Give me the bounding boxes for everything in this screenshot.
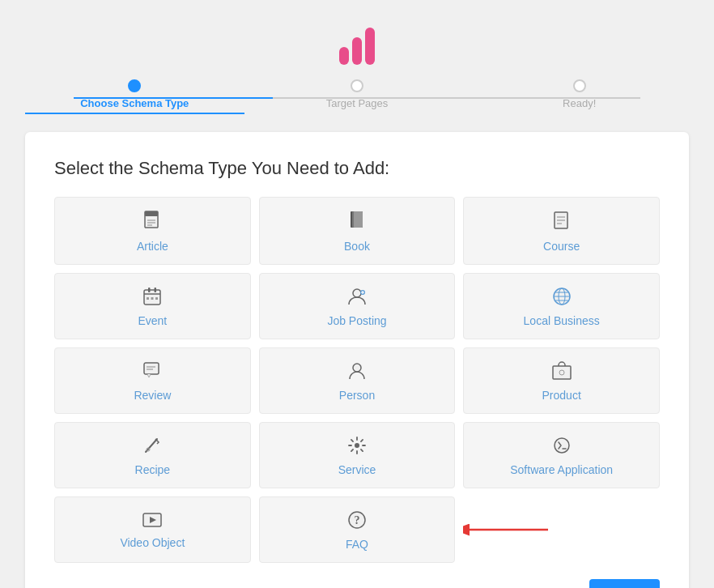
local-business-label: Local Business <box>524 314 600 327</box>
software-application-icon <box>552 436 572 458</box>
svg-rect-32 <box>553 366 571 379</box>
svg-rect-7 <box>354 211 363 228</box>
svg-point-31 <box>353 364 361 372</box>
recipe-icon <box>142 436 162 458</box>
event-icon <box>142 287 162 309</box>
schema-item-recipe[interactable]: Recipe <box>54 422 251 488</box>
step-label-2: Target Pages <box>326 97 389 109</box>
logo-bar-3 <box>365 28 375 65</box>
schema-item-course[interactable]: Course <box>463 197 660 265</box>
course-label: Course <box>543 240 580 253</box>
schema-item-faq[interactable]: ? FAQ <box>259 496 456 563</box>
step-choose-schema: Choose Schema Type <box>25 79 244 114</box>
schema-item-service[interactable]: Service <box>259 422 456 488</box>
step-ready: Ready! <box>470 79 689 114</box>
video-object-icon <box>142 512 162 531</box>
step-label-3: Ready! <box>563 97 596 109</box>
faq-arrow-indicator <box>463 518 552 541</box>
logo-bar-1 <box>339 47 349 65</box>
wizard-steps: Choose Schema Type Target Pages Ready! <box>25 79 689 114</box>
schema-item-article[interactable]: Article <box>54 197 251 265</box>
steps-container: Choose Schema Type Target Pages Ready! <box>25 79 689 114</box>
job-posting-label: Job Posting <box>327 314 386 327</box>
recipe-label: Recipe <box>135 463 171 476</box>
svg-rect-14 <box>148 288 151 292</box>
step-label-1: Choose Schema Type <box>80 97 189 109</box>
bottom-row: Next <box>54 579 660 588</box>
person-label: Person <box>339 389 375 402</box>
software-application-label: Software Application <box>510 463 613 476</box>
card-title: Select the Schema Type You Need to Add: <box>54 158 660 179</box>
book-label: Book <box>344 240 370 253</box>
step-circle-2 <box>351 79 363 92</box>
schema-item-event[interactable]: Event <box>54 273 251 339</box>
job-posting-icon <box>346 287 368 309</box>
article-label: Article <box>137 240 168 253</box>
schema-item-software-application[interactable]: Software Application <box>463 422 660 488</box>
step-circle-1 <box>128 79 141 92</box>
step-underline <box>25 113 244 114</box>
svg-rect-16 <box>147 297 149 300</box>
faq-label: FAQ <box>346 538 368 551</box>
schema-item-job-posting[interactable]: Job Posting <box>259 273 456 339</box>
local-business-icon <box>552 287 572 309</box>
person-icon <box>347 361 367 384</box>
schema-item-book[interactable]: Book <box>259 197 456 265</box>
video-object-label: Video Object <box>120 536 185 549</box>
review-label: Review <box>134 389 171 402</box>
step-target-pages: Target Pages <box>248 79 467 114</box>
review-icon <box>142 361 162 384</box>
schema-grid: Article Book Course <box>54 197 660 563</box>
svg-rect-1 <box>145 211 158 216</box>
schema-item-review[interactable]: Review <box>54 347 251 414</box>
logo <box>339 23 375 65</box>
event-label: Event <box>138 314 167 327</box>
svg-rect-18 <box>155 297 158 300</box>
schema-item-video-object[interactable]: Video Object <box>54 496 251 563</box>
service-label: Service <box>338 463 376 476</box>
course-icon <box>553 211 571 235</box>
next-button[interactable]: Next <box>589 579 660 588</box>
faq-container: ? FAQ <box>259 496 456 563</box>
svg-point-36 <box>555 438 569 453</box>
svg-point-19 <box>353 289 361 297</box>
product-icon <box>551 361 572 384</box>
svg-rect-28 <box>144 363 159 374</box>
book-icon <box>348 211 366 235</box>
svg-rect-15 <box>155 288 157 292</box>
product-label: Product <box>542 389 581 402</box>
service-icon <box>347 436 367 458</box>
schema-item-local-business[interactable]: Local Business <box>463 273 660 339</box>
schema-item-person[interactable]: Person <box>259 347 456 414</box>
main-card: Select the Schema Type You Need to Add: … <box>25 132 689 588</box>
schema-item-product[interactable]: Product <box>463 347 660 414</box>
faq-icon: ? <box>347 510 367 533</box>
svg-rect-17 <box>151 297 154 300</box>
arrow-svg <box>463 518 552 541</box>
svg-text:?: ? <box>354 514 359 526</box>
logo-bar-2 <box>352 37 362 65</box>
svg-point-35 <box>355 443 359 448</box>
step-circle-3 <box>573 79 586 92</box>
article-icon <box>143 211 161 235</box>
